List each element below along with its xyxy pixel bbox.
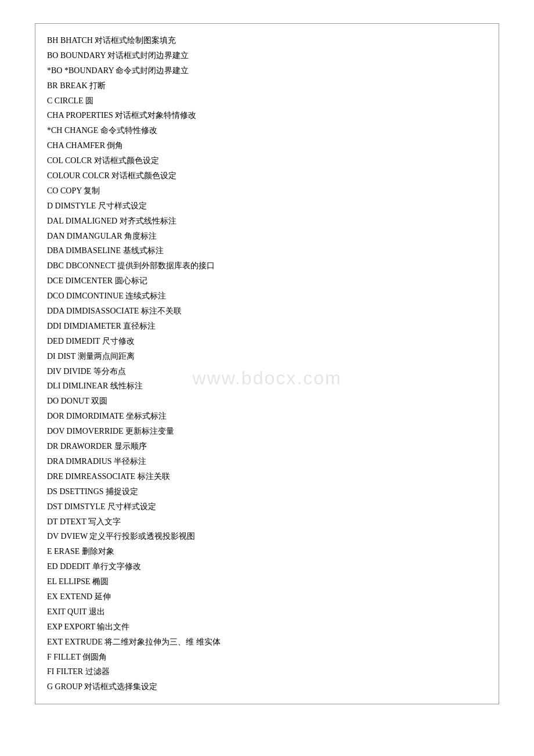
list-item: *BO *BOUNDARY 命令式封闭边界建立 (47, 63, 487, 78)
list-item: BO BOUNDARY 对话框式封闭边界建立 (47, 48, 487, 63)
list-item: BH BHATCH 对话框式绘制图案填充 (47, 33, 487, 48)
list-item: DED DIMEDIT 尺寸修改 (47, 334, 487, 349)
list-item: D DIMSTYLE 尺寸样式设定 (47, 199, 487, 214)
list-item: DR DRAWORDER 显示顺序 (47, 439, 487, 454)
list-item: DCO DIMCONTINUE 连续式标注 (47, 289, 487, 304)
list-item: DOV DIMOVERRIDE 更新标注变量 (47, 424, 487, 439)
list-item: ED DDEDIT 单行文字修改 (47, 559, 487, 574)
list-item: C CIRCLE 圆 (47, 93, 487, 109)
list-item: EXIT QUIT 退出 (47, 604, 487, 620)
list-item: CHA CHAMFER 倒角 (47, 138, 487, 153)
page-container: BH BHATCH 对话框式绘制图案填充BO BOUNDARY 对话框式封闭边界… (0, 0, 534, 756)
list-item: DLI DIMLINEAR 线性标注 (47, 379, 487, 394)
list-item: DDA DIMDISASSOCIATE 标注不关联 (47, 304, 487, 319)
list-item: DDI DIMDIAMETER 直径标注 (47, 319, 487, 334)
list-item: COL COLCR 对话框式颜色设定 (47, 153, 487, 168)
list-item: E ERASE 删除对象 (47, 544, 487, 559)
list-item: DOR DIMORDIMATE 坐标式标注 (47, 409, 487, 424)
list-item: BR BREAK 打断 (47, 78, 487, 93)
list-item: G GROUP 对话框式选择集设定 (47, 679, 487, 694)
list-item: EXT EXTRUDE 将二维对象拉伸为三、维 维实体 (47, 635, 487, 650)
list-item: CO COPY 复制 (47, 183, 487, 199)
list-item: EX EXTEND 延伸 (47, 589, 487, 604)
list-item: DAN DIMANGULAR 角度标注 (47, 229, 487, 244)
list-item: DST DIMSTYLE 尺寸样式设定 (47, 499, 487, 514)
list-item: DV DVIEW 定义平行投影或透视投影视图 (47, 529, 487, 544)
list-item: DS DSETTINGS 捕捉设定 (47, 484, 487, 499)
list-item: CHA PROPERTIES 对话框式对象特情修改 (47, 108, 487, 123)
list-item: DBC DBCONNECT 提供到外部数据库表的接口 (47, 258, 487, 273)
list-item: DT DTEXT 写入文字 (47, 514, 487, 530)
list-item: EXP EXPORT 输出文件 (47, 620, 487, 635)
list-item: EL ELLIPSE 椭圆 (47, 574, 487, 589)
list-item: DAL DIMALIGNED 对齐式线性标注 (47, 214, 487, 229)
list-item: DRE DIMREASSOCIATE 标注关联 (47, 469, 487, 484)
list-item: DBA DIMBASELINE 基线式标注 (47, 243, 487, 258)
list-item: DRA DIMRADIUS 半径标注 (47, 454, 487, 469)
list-item: DIV DIVIDE 等分布点 (47, 364, 487, 379)
content-box: BH BHATCH 对话框式绘制图案填充BO BOUNDARY 对话框式封闭边界… (35, 23, 499, 704)
list-item: DCE DIMCENTER 圆心标记 (47, 273, 487, 289)
list-item: DI DIST 测量两点间距离 (47, 349, 487, 364)
list-item: *CH CHANGE 命令式特性修改 (47, 123, 487, 138)
list-item: DO DONUT 双圆 (47, 394, 487, 409)
list-item: F FILLET 倒圆角 (47, 650, 487, 665)
list-item: FI FILTER 过滤器 (47, 664, 487, 679)
list-item: COLOUR COLCR 对话框式颜色设定 (47, 168, 487, 183)
